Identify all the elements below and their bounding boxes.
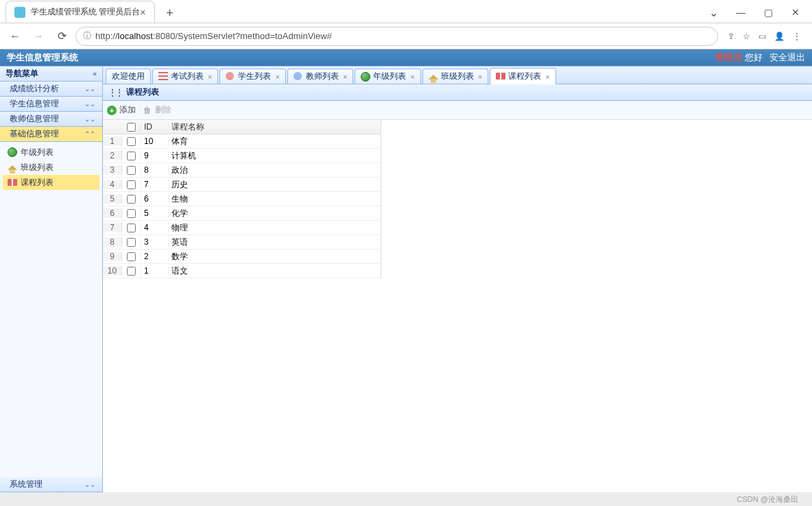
close-icon[interactable]: × [208,73,212,81]
tree-item-label: 年级列表 [21,147,53,158]
tab-5[interactable]: 班级列表× [422,69,488,84]
tab-3[interactable]: 教师列表× [287,69,353,84]
tab-2[interactable]: 学生列表× [219,69,285,84]
tab-4[interactable]: 年级列表× [355,69,420,84]
row-checkbox[interactable] [127,209,136,218]
back-button[interactable]: ← [5,27,25,46]
tree-item-book[interactable]: 课程列表 [3,175,99,190]
tab-label: 考试列表 [171,71,204,82]
table-row[interactable]: 47历史 [103,178,381,192]
sidebar-item-label: 学生信息管理 [10,98,59,110]
delete-icon: 🗑 [143,106,152,115]
rownum-cell: 3 [103,165,122,175]
new-tab-button[interactable]: + [160,3,180,23]
row-checkbox[interactable] [127,180,136,189]
tree-item-label: 课程列表 [21,177,53,189]
rownum-cell: 1 [103,136,122,146]
row-checkbox[interactable] [127,252,136,261]
rownum-cell: 2 [103,151,122,160]
tab-1[interactable]: 考试列表× [152,69,218,84]
chevron-down-icon[interactable]: ⌄ [700,2,727,23]
globe-icon [7,147,18,158]
app-header: 学生信息管理系统 管理员 您好 安全退出 [0,49,812,66]
table-row[interactable]: 110体育 [103,134,381,149]
chevron-down-icon: ⌄⌄ [84,85,95,93]
book-icon [7,177,18,188]
reload-button[interactable]: ⟳ [52,27,71,46]
house-icon [429,72,438,82]
sidebar-item-2[interactable]: 教师信息管理⌄⌄ [0,112,102,127]
close-icon[interactable]: × [545,73,549,81]
tab-label: 课程列表 [508,71,541,82]
delete-button[interactable]: 🗑 删除 [143,104,171,116]
forward-button[interactable]: → [29,27,48,46]
close-icon[interactable]: × [343,73,347,81]
tab-label: 学生列表 [238,71,271,82]
table-row[interactable]: 65化学 [103,206,381,221]
sidebar-item-label: 系统管理 [10,479,43,490]
name-cell: 历史 [169,179,381,191]
share-icon[interactable]: ⇪ [728,32,735,41]
address-bar[interactable]: ⓘ http://localhost:8080/SystemServlet?me… [75,27,718,46]
tree-item-house[interactable]: 班级列表 [3,160,99,175]
table-row[interactable]: 92数学 [103,250,381,264]
bookmark-icon[interactable]: ☆ [743,32,750,41]
sidebar-item-label: 教师信息管理 [10,113,59,125]
row-checkbox[interactable] [127,267,136,276]
row-checkbox[interactable] [127,195,136,204]
rownum-cell: 8 [103,237,122,247]
table-row[interactable]: 56生物 [103,192,381,206]
col-id-header[interactable]: ID [141,122,169,132]
table-row[interactable]: 38政治 [103,163,381,178]
table-row[interactable]: 83英语 [103,235,381,250]
name-cell: 物理 [169,222,381,234]
menu-icon[interactable]: ⋮ [793,32,801,41]
tab-label: 年级列表 [373,71,406,82]
logout-link[interactable]: 安全退出 [769,51,805,64]
globe-icon [361,72,370,82]
table-row[interactable]: 101语文 [103,264,381,278]
site-info-icon[interactable]: ⓘ [83,30,91,42]
content-area: 欢迎使用考试列表×学生列表×教师列表×年级列表×班级列表×课程列表× ⋮⋮ 课程… [103,67,812,492]
table-row[interactable]: 29计算机 [103,149,381,163]
chevron-up-icon: ⌃⌃ [84,130,95,138]
check-cell [122,152,141,160]
row-checkbox[interactable] [127,238,136,247]
collapse-icon[interactable]: « [93,70,97,77]
close-icon[interactable]: × [140,7,145,18]
browser-tab[interactable]: 学生成绩管理系统 管理员后台 × [5,1,155,23]
sidebar-title: 导航菜单 [5,68,38,80]
row-checkbox[interactable] [127,152,136,160]
check-cell [122,252,141,261]
tab-6[interactable]: 课程列表× [490,68,556,84]
name-cell: 体育 [169,136,381,147]
minimize-button[interactable]: — [727,2,754,23]
close-icon[interactable]: × [410,73,414,81]
toolbar: + 添加 🗑 删除 [103,101,812,120]
url-bar: ← → ⟳ ⓘ http://localhost:8080/SystemServ… [0,23,812,49]
row-checkbox[interactable] [127,224,136,232]
profile-icon[interactable]: 👤 [774,32,785,41]
tab-0[interactable]: 欢迎使用 [106,69,151,84]
sidebar-item-system[interactable]: 系统管理 ⌄⌄ [0,477,102,492]
id-cell: 9 [141,151,169,160]
sidebar-header: 导航菜单 « [0,67,102,82]
add-button[interactable]: + 添加 [107,104,136,116]
row-checkbox[interactable] [127,137,136,146]
sidebar-item-1[interactable]: 学生信息管理⌄⌄ [0,97,102,112]
tab-title: 学生成绩管理系统 管理员后台 [31,6,140,18]
sidebar-item-0[interactable]: 成绩统计分析⌄⌄ [0,82,102,97]
close-icon[interactable]: × [275,73,279,81]
close-window-button[interactable]: ✕ [782,2,809,23]
close-icon[interactable]: × [478,73,482,81]
row-checkbox[interactable] [127,166,136,175]
maximize-button[interactable]: ▢ [754,2,782,23]
reading-list-icon[interactable]: ▭ [759,32,766,41]
table-row[interactable]: 74物理 [103,221,381,235]
sidebar-item-3[interactable]: 基础信息管理⌃⌃ [0,127,102,142]
check-cell [122,224,141,232]
checkall-checkbox[interactable] [127,123,136,132]
tree-item-globe[interactable]: 年级列表 [3,145,99,160]
col-name-header[interactable]: 课程名称 [169,121,381,133]
id-cell: 6 [141,194,169,204]
